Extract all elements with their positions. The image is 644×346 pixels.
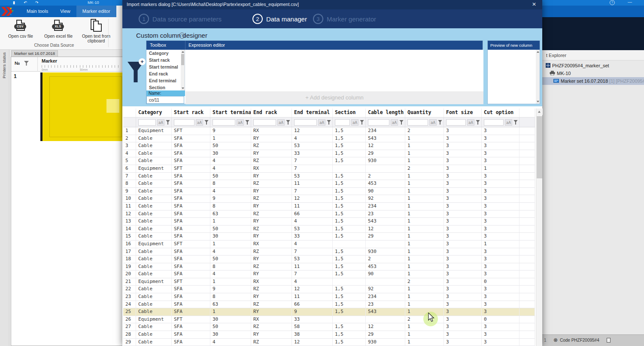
error-circle-icon[interactable]: ⊗ xyxy=(553,337,558,343)
table-row[interactable]: 19CableSFA8RZ111,5453133 xyxy=(123,263,535,271)
column-header-start-terminal[interactable]: Start terminal xyxy=(210,108,251,117)
tree-item-phzf20095-4-marker-set[interactable]: PHZF20095#4_marker_set xyxy=(542,62,644,69)
marker-set-tab[interactable]: Marker set 16.07.2018 xyxy=(11,50,58,57)
filter-input-font-size[interactable] xyxy=(446,119,466,126)
filter-funnel-icon[interactable] xyxy=(166,120,170,125)
column-name-input[interactable]: co/11 xyxy=(146,96,184,104)
column-header-cut-option[interactable]: Cut option xyxy=(482,108,519,117)
open-excel-file-button[interactable]: XLSOpen excel file xyxy=(39,18,77,44)
table-row[interactable]: 24CableSFA63RZ661,523133 xyxy=(123,301,535,309)
table-row[interactable]: 6EquipmentSFT4RX7231 xyxy=(123,165,535,173)
filter-funnel-icon[interactable] xyxy=(399,120,404,125)
case-sensitivity-button[interactable]: aA xyxy=(318,119,325,126)
scroll-down-icon[interactable] xyxy=(537,101,539,102)
wizard-step-data-source-parameters[interactable]: 1Data source parameters xyxy=(139,14,222,24)
table-row[interactable]: 1EquipmentSFT9RX121,5234233 xyxy=(123,127,535,135)
filter-funnel-icon[interactable] xyxy=(438,120,442,125)
filter-funnel-icon[interactable] xyxy=(286,120,290,125)
table-row[interactable]: 25CableSFA1RY91,5543133 xyxy=(123,308,535,316)
toolbox-item-start-rack[interactable]: Start rack xyxy=(146,57,185,63)
filter-input-category[interactable] xyxy=(138,119,156,126)
table-row[interactable]: 20CableSFA4RY71,590133 xyxy=(123,271,535,278)
filter-funnel-icon[interactable] xyxy=(245,120,249,125)
tree-item-mk-10[interactable]: MK-10 xyxy=(542,69,644,77)
column-header-cable-length[interactable]: Cable length xyxy=(366,108,405,117)
table-row[interactable]: 7CableSFA50RY531,52133 xyxy=(123,173,535,181)
table-row[interactable]: 27CableSFA50RZ581,512133 xyxy=(123,323,535,331)
toolbox-item-section[interactable]: Section xyxy=(146,84,185,91)
table-row[interactable]: 18CableSFA50RY531,52133 xyxy=(123,256,535,263)
filter-input-quantity[interactable] xyxy=(407,119,428,126)
expression-editor-area[interactable] xyxy=(185,50,483,91)
open-text-from-clipboard-button[interactable]: Open text from clipboard xyxy=(77,18,115,44)
column-header-quantity[interactable]: Quantity xyxy=(405,108,444,117)
table-row[interactable]: 15CableSFA30RY331,529133 xyxy=(123,233,535,241)
toolbox-item-category[interactable]: Category xyxy=(146,50,185,57)
filter-input-end-terminal[interactable] xyxy=(294,119,317,126)
wizard-step-marker-generator[interactable]: 3Marker generator xyxy=(313,14,376,24)
column-header-end-rack[interactable]: End rack xyxy=(251,108,292,117)
filter-input-cut-option[interactable] xyxy=(484,119,504,126)
undo-icon[interactable]: ↶ xyxy=(24,0,27,5)
number-column-header[interactable]: № xyxy=(15,60,20,66)
case-sensitivity-button[interactable]: aA xyxy=(237,119,244,126)
table-row[interactable]: 5CableSFA4RZ71,5930133 xyxy=(123,157,535,165)
document-icon[interactable] xyxy=(607,338,611,343)
table-scrollbar[interactable] xyxy=(536,108,542,346)
table-row[interactable]: 13CableSFA1RY41,5543133 xyxy=(123,218,535,226)
redo-icon[interactable]: ↷ xyxy=(35,0,39,5)
tree-item-marker-set-16-07-2018[interactable]: Marker set 16.07.2018[1] [PHZF20095#4] xyxy=(542,77,644,85)
preview-scrollbar[interactable] xyxy=(536,50,540,104)
case-sensitivity-button[interactable]: aA xyxy=(505,119,512,126)
case-sensitivity-button[interactable]: aA xyxy=(196,119,203,126)
filter-input-cable-length[interactable] xyxy=(368,119,389,126)
tab-view[interactable]: View xyxy=(54,6,76,17)
printers-status-strip[interactable]: Printers status xyxy=(0,50,9,346)
column-header-start-rack[interactable]: Start rack xyxy=(172,108,210,117)
table-row[interactable]: 11CableSFA8RY111,5234133 xyxy=(123,203,535,211)
table-row[interactable]: 17CableSFA4RZ71,5930133 xyxy=(123,248,535,256)
filter-input-start-terminal[interactable] xyxy=(213,119,235,126)
designer-help-icon[interactable]: ? xyxy=(179,33,185,39)
marker-column-header[interactable]: Marker xyxy=(42,58,57,63)
column-header-end-terminal[interactable]: End terminal xyxy=(292,108,333,117)
table-row[interactable]: 8CableSFA8RZ111,5453133 xyxy=(123,180,535,188)
column-header-font-size[interactable]: Font size xyxy=(444,108,482,117)
filter-input-end-rack[interactable] xyxy=(253,119,276,126)
toolbox-scrollbar[interactable] xyxy=(181,50,185,90)
table-row[interactable]: 26EquipmentSFT30RX33230 xyxy=(123,316,535,324)
filter-funnel-icon[interactable] xyxy=(24,61,29,66)
table-row[interactable]: 22CableSFA9RZ121,592133 xyxy=(123,286,535,293)
minimize-icon[interactable]: — xyxy=(628,0,632,4)
case-sensitivity-button[interactable]: aA xyxy=(467,119,474,126)
column-header-category[interactable]: Category xyxy=(136,108,172,117)
scroll-up-icon[interactable] xyxy=(182,51,184,53)
wizard-step-data-manager[interactable]: 2Data manager xyxy=(252,14,307,24)
open-csv-file-button[interactable]: CSVOpen csv file xyxy=(2,18,39,44)
filter-funnel-icon[interactable] xyxy=(513,120,518,125)
filter-funnel-icon[interactable] xyxy=(327,120,331,125)
scroll-up-button[interactable] xyxy=(536,108,543,115)
table-row[interactable]: 29CableSFA4RZ121,5930133 xyxy=(123,339,535,346)
case-sensitivity-button[interactable]: aA xyxy=(391,119,398,126)
tab-marker-editor[interactable]: Marker editor xyxy=(76,6,116,17)
help-icon[interactable]: ? xyxy=(610,0,615,5)
scrollbar-thumb[interactable] xyxy=(537,116,542,178)
toolbox-item-end-terminal[interactable]: End terminal xyxy=(146,77,185,84)
table-row[interactable]: 10CableSFA9RZ121,592133 xyxy=(123,195,535,203)
filter-input-section[interactable] xyxy=(335,119,350,126)
filter-funnel-icon[interactable] xyxy=(204,120,209,125)
table-row[interactable]: 3CableSFA50RZ531,512133 xyxy=(123,142,535,150)
table-row[interactable]: 9CableSFA4RY71,590133 xyxy=(123,188,535,196)
table-row[interactable]: 2CableSFA1RY41,5543133 xyxy=(123,135,535,143)
table-row[interactable]: 23CableSFA8RY111,5234133 xyxy=(123,293,535,301)
filter-input-start-rack[interactable] xyxy=(174,119,194,126)
table-row[interactable]: 4CableSFA30RY331,529133 xyxy=(123,150,535,158)
filter-funnel-icon[interactable] xyxy=(360,120,364,125)
case-sensitivity-button[interactable]: aA xyxy=(429,119,437,126)
case-sensitivity-button[interactable]: aA xyxy=(277,119,285,126)
scrollbar-thumb[interactable] xyxy=(181,54,184,65)
case-sensitivity-button[interactable]: aA xyxy=(351,119,358,126)
close-icon[interactable]: ✕ xyxy=(532,1,536,7)
table-row[interactable]: 28CableSFA30RY381,529133 xyxy=(123,331,535,339)
